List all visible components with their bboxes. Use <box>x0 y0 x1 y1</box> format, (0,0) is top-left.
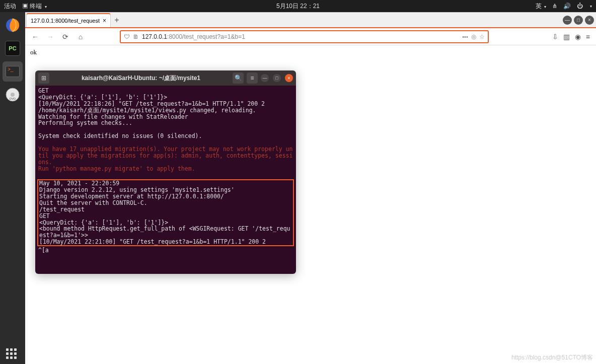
svg-point-2 <box>11 93 15 97</box>
page-text: ok <box>30 48 37 56</box>
clock[interactable]: 5月10日 22：21 <box>276 2 320 11</box>
terminal-titlebar[interactable]: ⊞ kaisarh@KaiSarH-Ubuntu: ~/桌面/mysite1 🔍… <box>35 70 296 86</box>
back-button[interactable]: ← <box>29 31 41 43</box>
terminal-window: ⊞ kaisarh@KaiSarH-Ubuntu: ~/桌面/mysite1 🔍… <box>35 70 296 274</box>
launcher-dock: PC >_ DVD <box>0 12 25 364</box>
dock-terminal[interactable]: >_ <box>3 61 23 82</box>
show-applications-button[interactable] <box>6 348 17 359</box>
terminal-block1: GET <QueryDict: {'a': ['1'], 'b': ['1']}… <box>38 87 265 139</box>
app-menu[interactable]: ▣ 终端 ▾ <box>22 2 47 11</box>
terminal-title: kaisarh@KaiSarH-Ubuntu: ~/桌面/mysite1 <box>52 74 230 83</box>
terminal-close-button[interactable]: × <box>285 74 293 82</box>
window-minimize-button[interactable]: — <box>563 16 572 25</box>
terminal-search-button[interactable]: 🔍 <box>233 72 244 84</box>
input-method-indicator[interactable]: 英 ▾ <box>536 2 546 11</box>
reader-mode-icon[interactable]: ◎ <box>471 33 476 40</box>
dock-firefox[interactable] <box>3 15 23 35</box>
terminal-output[interactable]: GET <QueryDict: {'a': ['1'], 'b': ['1']}… <box>35 86 296 274</box>
address-bar[interactable]: 🛡 🗎 127.0.0.1:8000/test_request?a=1&b=1 … <box>120 30 489 43</box>
account-icon[interactable]: ◉ <box>575 33 581 41</box>
terminal-minimize-button[interactable]: — <box>261 74 269 82</box>
window-maximize-button[interactable]: □ <box>574 16 583 25</box>
close-tab-icon[interactable]: × <box>103 17 106 24</box>
navigation-toolbar: ← → ⟳ ⌂ 🛡 🗎 127.0.0.1:8000/test_request?… <box>25 28 596 45</box>
new-tab-button[interactable]: + <box>111 16 123 25</box>
shield-icon: 🛡 <box>124 33 130 40</box>
power-icon[interactable]: ⏻ <box>577 3 583 10</box>
page-content: ok <box>25 45 596 59</box>
forward-button: → <box>44 31 56 43</box>
dock-pycharm[interactable]: PC <box>3 38 23 58</box>
system-menu-chevron-icon[interactable]: ▾ <box>590 4 592 9</box>
window-close-button[interactable]: × <box>585 16 594 25</box>
network-icon[interactable]: ⋔ <box>552 3 557 10</box>
terminal-new-tab-button[interactable]: ⊞ <box>38 72 49 84</box>
highlighted-output-box: May 10, 2021 - 22:20:59 Django version 2… <box>37 179 294 246</box>
app-menu-icon[interactable]: ≡ <box>586 33 590 41</box>
dock-disc[interactable]: DVD <box>3 85 23 105</box>
browser-tab[interactable]: 127.0.0.1:8000/test_request × <box>26 13 111 27</box>
tab-bar: 127.0.0.1:8000/test_request × + — □ × <box>25 12 596 28</box>
page-info-icon[interactable]: 🗎 <box>133 33 139 40</box>
downloads-icon[interactable]: ⇩ <box>552 33 558 41</box>
bookmark-star-icon[interactable]: ☆ <box>479 33 485 40</box>
watermark: https://blog.csdn@51CTO博客 <box>511 353 593 362</box>
svg-text:DVD: DVD <box>10 97 16 100</box>
system-top-panel: 活动 ▣ 终端 ▾ 5月10日 22：21 英 ▾ ⋔ 🔊 ⏻ ▾ <box>0 0 596 12</box>
library-icon[interactable]: ▥ <box>563 33 570 41</box>
home-button[interactable]: ⌂ <box>74 31 87 43</box>
reload-button[interactable]: ⟳ <box>59 31 71 43</box>
tab-title: 127.0.0.1:8000/test_request <box>31 18 100 24</box>
terminal-maximize-button[interactable]: □ <box>273 74 281 82</box>
terminal-menu-button[interactable]: ≡ <box>247 72 258 84</box>
volume-icon[interactable]: 🔊 <box>563 3 571 10</box>
activities-button[interactable]: 活动 <box>4 2 16 11</box>
page-actions-more[interactable]: ••• <box>462 34 468 40</box>
terminal-warning: You have 17 unapplied migration(s). Your… <box>38 145 292 172</box>
terminal-tail: ^[a <box>38 247 49 254</box>
url-text: 127.0.0.1:8000/test_request?a=1&b=1 <box>142 33 245 40</box>
